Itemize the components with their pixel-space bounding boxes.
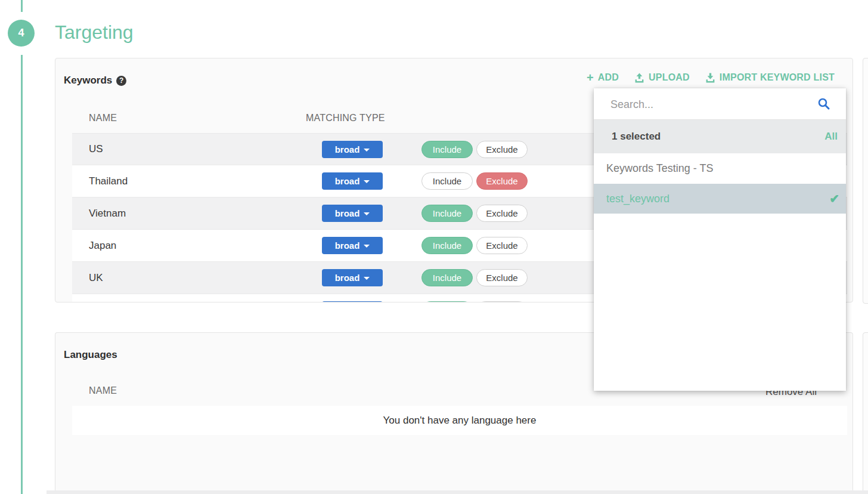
languages-panel-title: Languages bbox=[64, 349, 117, 361]
exclude-button[interactable]: Exclude bbox=[476, 205, 528, 222]
keywords-panel-title: Keywords ? bbox=[64, 75, 126, 87]
languages-column-name: NAME bbox=[89, 385, 117, 396]
step-number: 4 bbox=[18, 27, 24, 39]
import-keyword-list-button[interactable]: IMPORT KEYWORD LIST bbox=[705, 72, 835, 83]
step-number-badge: 4 bbox=[8, 20, 35, 47]
caret-down-icon bbox=[364, 212, 370, 215]
caret-down-icon bbox=[364, 180, 370, 183]
select-all-button[interactable]: All bbox=[824, 131, 838, 143]
stepper-line-bottom bbox=[21, 55, 23, 494]
upload-keywords-button[interactable]: UPLOAD bbox=[634, 72, 690, 83]
exclude-button[interactable]: Exclude bbox=[476, 141, 528, 158]
dropdown-group-label: Keywords Testing - TS bbox=[594, 153, 846, 184]
bottom-divider bbox=[46, 490, 868, 494]
exclude-button[interactable]: Exclude bbox=[476, 172, 528, 190]
dropdown-search-row bbox=[594, 88, 846, 120]
matching-type-value: broad bbox=[335, 176, 360, 186]
keywords-column-matching-type: MATCHING TYPE bbox=[306, 113, 385, 124]
keyword-name: Vietnam bbox=[89, 208, 126, 220]
exclude-button[interactable]: Exclude bbox=[476, 269, 528, 286]
search-icon[interactable] bbox=[817, 97, 830, 113]
matching-type-dropdown[interactable]: broad bbox=[322, 172, 383, 190]
caret-down-icon bbox=[364, 277, 370, 280]
matching-type-dropdown[interactable]: broad bbox=[322, 205, 383, 222]
exclude-button[interactable]: Exclude bbox=[476, 301, 528, 302]
languages-empty-row: You don't have any language here bbox=[72, 406, 847, 435]
matching-type-value: broad bbox=[335, 273, 360, 283]
matching-type-value: broad bbox=[335, 144, 360, 155]
search-input[interactable] bbox=[609, 88, 808, 121]
add-keyword-button[interactable]: + ADD bbox=[587, 72, 619, 83]
include-button[interactable]: Include bbox=[421, 301, 473, 302]
dropdown-option-test-keyword[interactable]: test_keyword ✔ bbox=[594, 184, 846, 214]
keywords-column-name: NAME bbox=[89, 113, 117, 124]
keyword-name: Thailand bbox=[89, 175, 128, 187]
adjacent-card-top bbox=[863, 58, 868, 304]
exclude-button[interactable]: Exclude bbox=[476, 237, 528, 254]
include-button[interactable]: Include bbox=[421, 205, 473, 222]
stepper-line-top bbox=[21, 0, 23, 12]
include-button[interactable]: Include bbox=[421, 141, 473, 158]
check-icon: ✔ bbox=[829, 192, 839, 206]
caret-down-icon bbox=[364, 149, 370, 152]
page-title: Targeting bbox=[55, 21, 134, 44]
upload-label: UPLOAD bbox=[649, 72, 690, 83]
include-button[interactable]: Include bbox=[421, 237, 473, 254]
option-label: test_keyword bbox=[606, 193, 669, 205]
keyword-name: UK bbox=[89, 272, 103, 284]
include-button[interactable]: Include bbox=[421, 172, 473, 190]
keywords-actions: + ADD UPLOAD IMPORT KEYWORD LIST bbox=[587, 72, 835, 83]
dropdown-selected-bar: 1 selected All bbox=[594, 120, 846, 153]
matching-type-dropdown[interactable]: broad bbox=[322, 269, 383, 286]
matching-type-value: broad bbox=[335, 240, 360, 251]
matching-type-dropdown[interactable]: broad bbox=[322, 141, 383, 158]
download-icon bbox=[705, 73, 715, 83]
include-button[interactable]: Include bbox=[421, 269, 473, 286]
keyword-list-dropdown: 1 selected All Keywords Testing - TS tes… bbox=[594, 88, 846, 391]
matching-type-dropdown[interactable]: broad bbox=[322, 301, 383, 302]
matching-type-value: broad bbox=[335, 208, 360, 218]
languages-title-label: Languages bbox=[64, 349, 117, 361]
import-label: IMPORT KEYWORD LIST bbox=[720, 72, 835, 83]
matching-type-dropdown[interactable]: broad bbox=[322, 237, 383, 254]
empty-message: You don't have any language here bbox=[383, 415, 537, 427]
add-label: ADD bbox=[598, 72, 619, 83]
selected-count: 1 selected bbox=[612, 131, 661, 143]
adjacent-card-bottom bbox=[863, 332, 868, 494]
keyword-name: Japan bbox=[89, 240, 116, 252]
plus-icon: + bbox=[587, 73, 594, 82]
keyword-name: US bbox=[89, 143, 103, 155]
upload-icon bbox=[634, 73, 644, 83]
caret-down-icon bbox=[364, 245, 370, 248]
keywords-title-label: Keywords bbox=[64, 75, 112, 87]
help-question-circle-icon[interactable]: ? bbox=[116, 76, 126, 86]
